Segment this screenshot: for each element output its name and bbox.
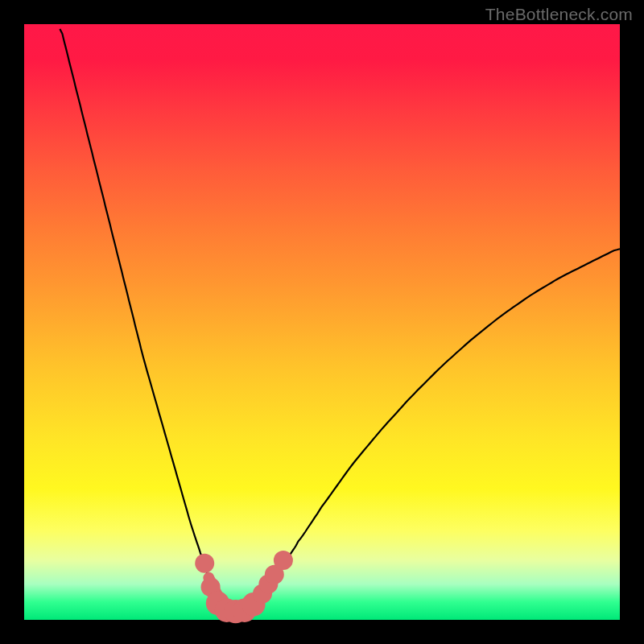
curve-markers: [195, 551, 293, 623]
curve-marker: [195, 554, 214, 573]
chart-frame: TheBottleneck.com: [0, 0, 644, 644]
bottleneck-curve: [60, 29, 620, 612]
plot-area: [24, 24, 620, 620]
curve-layer: [24, 24, 620, 620]
curve-marker: [274, 551, 293, 570]
watermark-text: TheBottleneck.com: [485, 5, 633, 24]
